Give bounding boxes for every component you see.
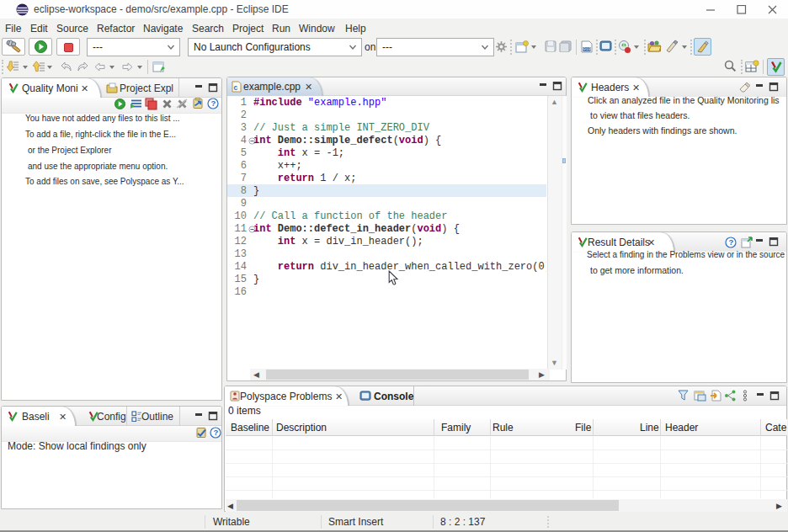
svg-text:010: 010: [583, 47, 591, 51]
svg-text:?: ?: [214, 428, 219, 437]
svg-text:c: c: [234, 83, 238, 92]
svg-text:?: ?: [211, 98, 216, 108]
svg-text:?: ?: [729, 237, 734, 247]
